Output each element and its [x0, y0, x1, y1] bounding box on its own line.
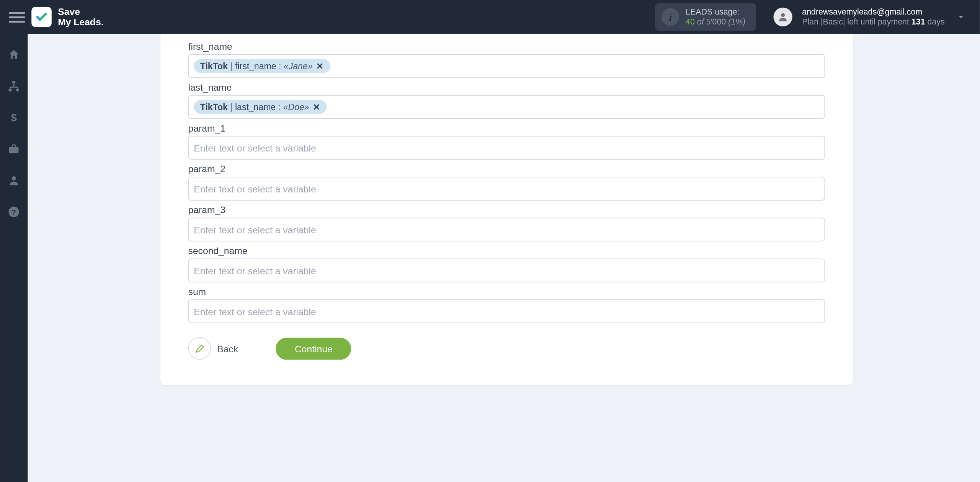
usage-label: LEADS usage:	[686, 7, 745, 17]
chip-source: TikTok	[200, 102, 228, 112]
field-input[interactable]	[188, 300, 825, 323]
form-field: param_3	[188, 204, 825, 241]
field-input[interactable]: TikTok | first_name: «Jane»✕	[188, 54, 825, 78]
form-field: first_nameTikTok | first_name: «Jane»✕	[188, 41, 825, 78]
chip-key: last_name	[235, 102, 276, 112]
field-label: param_1	[188, 123, 825, 134]
logo-icon[interactable]	[31, 7, 52, 27]
chevron-down-icon[interactable]	[951, 13, 971, 21]
field-input[interactable]	[188, 218, 825, 241]
user-icon[interactable]	[7, 174, 21, 187]
field-label: sum	[188, 286, 825, 297]
chip-remove-icon[interactable]: ✕	[316, 61, 324, 71]
field-label: second_name	[188, 245, 825, 256]
briefcase-icon[interactable]	[7, 142, 21, 156]
form-field: param_2	[188, 163, 825, 200]
continue-button[interactable]: Continue	[276, 337, 351, 360]
text-input[interactable]	[194, 306, 819, 317]
variable-chip[interactable]: TikTok | last_name: «Doe»✕	[194, 100, 327, 114]
form-field: param_1	[188, 123, 825, 160]
account-plan: Plan |Basic| left until payment 131 days	[802, 17, 944, 27]
field-label: first_name	[188, 41, 825, 52]
sitemap-icon[interactable]	[7, 79, 21, 93]
form-card: first_nameTikTok | first_name: «Jane»✕la…	[160, 34, 853, 385]
text-input[interactable]	[194, 183, 819, 194]
variable-chip[interactable]: TikTok | first_name: «Jane»✕	[194, 59, 330, 73]
chip-value: «Jane»	[284, 61, 313, 71]
form-actions: Back Continue	[188, 337, 825, 360]
chip-remove-icon[interactable]: ✕	[313, 102, 320, 112]
svg-text:$: $	[11, 112, 17, 124]
field-label: last_name	[188, 82, 825, 93]
brand-line1: Save	[58, 7, 103, 17]
text-input[interactable]	[194, 224, 819, 235]
pencil-icon	[188, 337, 211, 360]
form-field: second_name	[188, 245, 825, 282]
back-button[interactable]: Back	[188, 337, 238, 360]
field-input[interactable]	[188, 259, 825, 282]
back-label: Back	[217, 343, 238, 354]
chip-source: TikTok	[200, 61, 228, 71]
usage-badge: i LEADS usage: 40 of 5'000 (1%)	[655, 3, 755, 31]
svg-rect-2	[8, 89, 11, 91]
svg-rect-5	[9, 147, 19, 153]
svg-point-6	[12, 176, 16, 181]
text-input[interactable]	[194, 265, 819, 276]
usage-values: 40 of 5'000 (1%)	[686, 17, 745, 27]
field-input[interactable]	[188, 136, 825, 160]
chip-key: first_name	[235, 61, 276, 71]
form-field: sum	[188, 286, 825, 323]
dollar-icon[interactable]: $	[7, 111, 21, 124]
field-label: param_3	[188, 204, 825, 215]
chip-value: «Doe»	[283, 102, 309, 112]
account-email: andrewsavemyleads@gmail.com	[802, 7, 944, 17]
field-input[interactable]: TikTok | last_name: «Doe»✕	[188, 95, 825, 119]
account-block[interactable]: andrewsavemyleads@gmail.com Plan |Basic|…	[802, 7, 944, 27]
form-field: last_nameTikTok | last_name: «Doe»✕	[188, 82, 825, 119]
field-input[interactable]	[188, 177, 825, 200]
info-icon: i	[662, 8, 679, 26]
svg-point-0	[781, 13, 784, 17]
svg-text:?: ?	[11, 208, 16, 216]
avatar-icon[interactable]	[773, 8, 792, 26]
top-bar: Save My Leads. i LEADS usage: 40 of 5'00…	[0, 0, 980, 34]
help-icon[interactable]: ?	[7, 205, 21, 219]
brand-line2: My Leads.	[58, 17, 103, 27]
sidebar: $ ?	[0, 34, 28, 482]
svg-rect-3	[16, 89, 19, 91]
text-input[interactable]	[194, 142, 819, 153]
menu-icon[interactable]	[9, 9, 25, 25]
svg-rect-1	[12, 81, 15, 84]
home-icon[interactable]	[7, 48, 21, 62]
field-label: param_2	[188, 163, 825, 174]
brand-text: Save My Leads.	[58, 7, 103, 27]
